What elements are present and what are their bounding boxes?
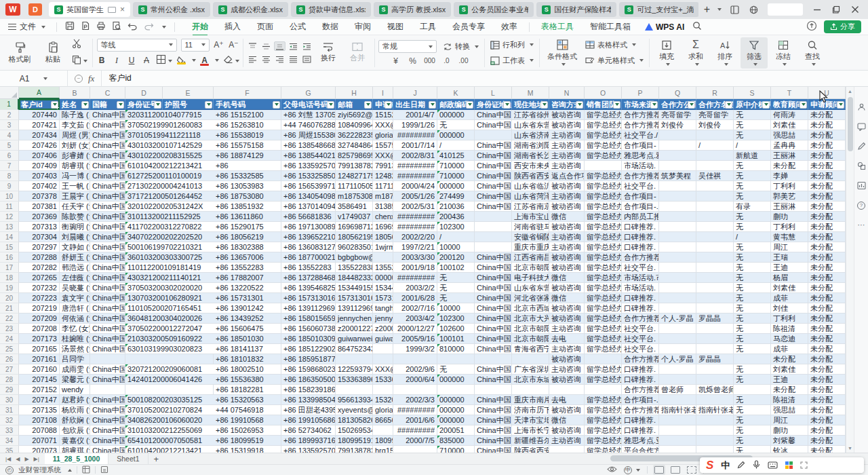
cell-G23[interactable]: +86 1560607386 (281, 324, 336, 334)
cell-S18[interactable]: 无 (734, 273, 771, 283)
cell-F8[interactable]: +86 15332585 (214, 171, 281, 181)
cell-K4[interactable]: 000000 (437, 130, 475, 140)
cell-J19[interactable]: 2003/2/2 (393, 283, 437, 293)
cell-M34[interactable]: 新疆维吾尔 (512, 436, 549, 446)
row-number-34[interactable]: 34 (0, 436, 19, 446)
cell-J21[interactable]: 2002/7/16 (393, 303, 437, 314)
cell-H32[interactable]: 181305826 (336, 415, 373, 425)
cell-P4[interactable]: 社交平台./ (622, 130, 659, 140)
cell-R16[interactable] (696, 252, 734, 263)
cell-L12[interactable] (475, 212, 512, 222)
cell-M18[interactable]: 电子科技大 (512, 273, 549, 283)
cell-A4[interactable]: 207434 (19, 130, 60, 140)
cell-O23[interactable]: 留学总经办 (585, 324, 622, 334)
cell-A6[interactable]: 207406 (19, 151, 60, 161)
cell-G7[interactable]: +86 1335925706 (281, 161, 336, 171)
cell-H20[interactable]: 157313016 (336, 293, 373, 303)
justify-icon[interactable] (288, 54, 299, 64)
cell-H28[interactable]: 153363896 (336, 375, 373, 385)
cell-K17[interactable]: 100102 (437, 263, 475, 273)
minimize-button[interactable] (812, 5, 822, 14)
cell-A3[interactable]: 207421 (19, 120, 60, 130)
cell-O20[interactable]: 留学总经办 (585, 293, 622, 303)
cell-B8[interactable]: 冯一博 (男 (60, 171, 90, 181)
cell-P12[interactable]: 内部员工推 (622, 212, 659, 222)
cell-F32[interactable]: +86 19910568 (214, 415, 281, 425)
cell-K25[interactable]: 810000 (437, 344, 475, 354)
row-number-28[interactable]: 28 (0, 375, 19, 385)
cell-I11[interactable]: 31385193 (373, 202, 393, 212)
cell-G6[interactable]: +86 1385440219 (281, 151, 336, 161)
cell-J11[interactable]: 2002/5/31 (393, 202, 437, 212)
cell-B22[interactable]: 何依涵 (女 (60, 314, 90, 324)
cell-C4[interactable]: China中国 (90, 130, 125, 140)
print-icon[interactable] (96, 21, 106, 33)
cell-O9[interactable]: 留学总经办 (585, 181, 622, 191)
cell-N2[interactable]: 被动咨询 (549, 110, 585, 120)
row-number-9[interactable]: 9 (0, 181, 19, 191)
column-header-H[interactable]: H (336, 87, 373, 99)
cell-G2[interactable]: +86 刘慧 137052 (281, 110, 336, 120)
next-sheet-icon[interactable]: ▶ (24, 456, 28, 462)
cell-S12[interactable]: 无 (734, 212, 771, 222)
cell-F29[interactable]: +86 18182281 (214, 385, 281, 395)
cell-C17[interactable]: China中国 (90, 263, 125, 273)
cell-S35[interactable]: 无 (734, 446, 771, 453)
cell-P20[interactable]: 口碑推荐. (622, 293, 659, 303)
cell-G20[interactable]: +86 1573130169 (281, 293, 336, 303)
cell-G12[interactable]: +86 56681836 (281, 212, 336, 222)
cell-T4[interactable]: 强思喆 (771, 130, 808, 140)
cell-J2[interactable]: 2001/4/7 (393, 110, 437, 120)
cell-G27[interactable]: +86 1598680233 (281, 364, 336, 375)
row-number-5[interactable]: 5 (0, 140, 19, 151)
cell-D22[interactable]: 360481200304020026 (125, 314, 214, 324)
cell-J14[interactable]: 2002/2/20 (393, 232, 437, 242)
cell-J33[interactable]: ######### (393, 425, 437, 436)
cell-F13[interactable]: +86 15290175 (214, 222, 281, 232)
maximize-button[interactable] (831, 5, 841, 14)
cell-P14[interactable]: 口碑推荐. (622, 232, 659, 242)
cell-J20[interactable]: 2001/6/28 (393, 293, 437, 303)
menu-item-表格工具[interactable]: 表格工具 (534, 20, 581, 34)
cell-U23[interactable]: 未分配 (808, 324, 846, 334)
row-number-14[interactable]: 14 (0, 232, 19, 242)
freeze-button[interactable]: 冻结 (770, 37, 797, 69)
header-cell-I[interactable]: 申请专用邮箱 (373, 99, 393, 110)
cell-P32[interactable]: 口碑推荐. (622, 415, 659, 425)
fill-color-button[interactable] (176, 56, 186, 64)
cell-I8[interactable]: 124827175 (373, 171, 393, 181)
column-header-P[interactable]: P (622, 87, 659, 99)
cell-D19[interactable]: 370503200302020020 (125, 283, 214, 293)
cell-N16[interactable]: 被动咨询 (549, 252, 585, 263)
header-cell-K[interactable]: 邮政编码 (437, 99, 475, 110)
cell-J7[interactable]: ######### (393, 161, 437, 171)
cell-D7[interactable]: 610104200212213421 (125, 161, 214, 171)
cell-M7[interactable]: 西安市未央 (512, 161, 549, 171)
cell-O29[interactable] (585, 385, 622, 395)
menu-item-数据[interactable]: 数据 (315, 20, 346, 34)
column-header-A[interactable]: A (19, 87, 60, 99)
cell-I28[interactable]: 153363896 (373, 375, 393, 385)
cell-P17[interactable]: 社交平台. (622, 263, 659, 273)
cell-G10[interactable]: +86 1340540988 (281, 191, 336, 202)
cell-D6[interactable]: 430102200208315525 (125, 151, 214, 161)
cell-N28[interactable]: 被动咨询 (549, 375, 585, 385)
cell-K29[interactable] (437, 385, 475, 395)
cell-R10[interactable] (696, 191, 734, 202)
cell-C15[interactable]: China中国 (90, 242, 125, 252)
cell-T11[interactable]: 王丽淋 (771, 202, 808, 212)
cell-I12[interactable]: chenxinyur (373, 212, 393, 222)
cell-F24[interactable]: +86 18501030 (214, 334, 281, 344)
cell-H5[interactable]: 327484864 (336, 140, 373, 151)
cell-U12[interactable]: 未分配 (808, 212, 846, 222)
cell-P18[interactable]: 市场活动.市 (622, 273, 659, 283)
cell-A27[interactable]: 207160 (19, 364, 60, 375)
cell-L4[interactable] (475, 130, 512, 140)
cell-L3[interactable]: China中国 (475, 120, 512, 130)
cell-J35[interactable] (393, 446, 437, 453)
cell-Q8[interactable]: 筑梦美程 (659, 171, 696, 181)
filter-dropdown-button[interactable] (154, 101, 161, 109)
cell-N4[interactable]: 主动咨询 (549, 130, 585, 140)
cell-P29[interactable]: 合作方推荐 (622, 385, 659, 395)
cell-N14[interactable]: 主动咨询 (549, 232, 585, 242)
